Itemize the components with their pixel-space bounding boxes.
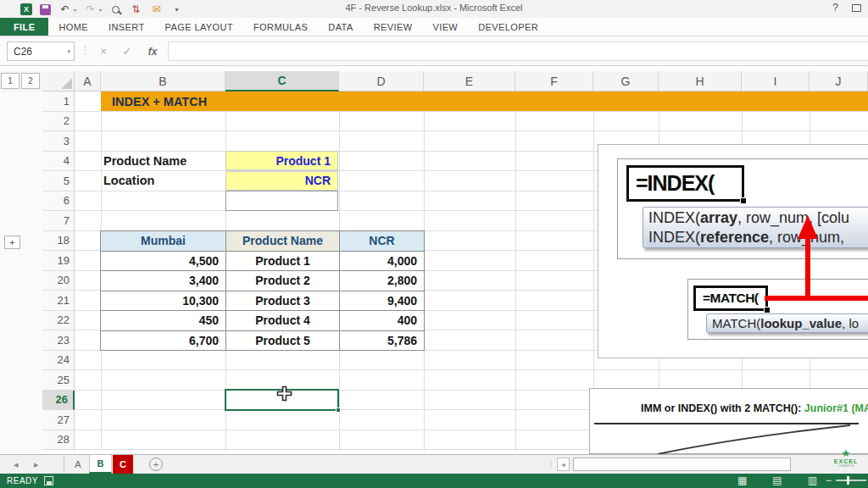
column-header-c[interactable]: C <box>225 71 339 92</box>
select-all-corner[interactable] <box>42 71 75 92</box>
column-header-a[interactable]: A <box>75 71 101 91</box>
row-header-3[interactable]: 3 <box>42 131 75 152</box>
column-header-d[interactable]: D <box>339 71 424 91</box>
sheet-nav-left-icon[interactable]: ◂ <box>14 455 19 474</box>
table-header-mumbai[interactable]: Mumbai <box>101 231 226 252</box>
hscroll-left-icon[interactable]: ◂ <box>557 458 570 471</box>
tab-data[interactable]: DATA <box>318 18 363 36</box>
insert-function-icon[interactable]: fx <box>142 42 163 61</box>
table-cell[interactable]: 400 <box>340 311 425 331</box>
row-header-19[interactable]: 19 <box>42 251 75 271</box>
sheet-tab-a[interactable]: A <box>68 455 88 474</box>
row-header-22[interactable]: 22 <box>42 311 75 331</box>
column-header-e[interactable]: E <box>424 71 515 91</box>
status-mode: READY <box>7 476 38 485</box>
banner-cell-index-match[interactable]: INDEX + MATCH <box>101 92 868 111</box>
add-sheet-button[interactable]: + <box>149 458 163 471</box>
table-cell[interactable]: Product 3 <box>226 291 340 312</box>
column-header-i[interactable]: I <box>742 71 810 91</box>
table-cell[interactable]: Product 1 <box>226 252 340 272</box>
tab-view[interactable]: VIEW <box>422 18 468 36</box>
table-cell[interactable]: 10,300 <box>101 291 226 312</box>
row-header-21[interactable]: 21 <box>42 291 75 311</box>
view-page-break-icon[interactable]: ▥ <box>808 474 817 486</box>
row-header-7[interactable]: 7 <box>42 211 75 231</box>
fill-handle[interactable] <box>336 408 341 413</box>
row-header-2[interactable]: 2 <box>42 112 75 132</box>
location-input-cell[interactable]: NCR <box>225 171 338 191</box>
note-diagonal-line <box>590 389 868 455</box>
table-cell[interactable]: 9,400 <box>340 291 425 312</box>
help-button[interactable]: ? <box>832 2 838 14</box>
table-cell[interactable]: 3,400 <box>101 271 226 291</box>
formula-bar-divider: ⋮ <box>81 45 90 56</box>
table-cell[interactable]: 4,500 <box>101 252 226 272</box>
column-header-b[interactable]: B <box>101 71 225 91</box>
row-header-20[interactable]: 20 <box>42 271 75 291</box>
row-header-1[interactable]: 1 <box>42 92 75 112</box>
row-header-26[interactable]: 26 <box>42 391 75 411</box>
outline-gutter <box>0 92 42 451</box>
outline-level-1-button[interactable]: 1 <box>1 73 19 89</box>
row-header-27[interactable]: 27 <box>42 410 75 430</box>
row-header-28[interactable]: 28 <box>42 430 75 451</box>
row-header-24[interactable]: 24 <box>42 351 75 371</box>
view-page-layout-icon[interactable]: ▤ <box>772 474 782 486</box>
horizontal-scrollbar-thumb[interactable] <box>573 458 791 471</box>
product-name-label-cell[interactable]: Product Name <box>103 151 186 170</box>
name-box-dropdown-icon[interactable]: ▾ <box>67 48 70 55</box>
tab-developer[interactable]: DEVELOPER <box>468 18 548 36</box>
table-cell[interactable]: Product 5 <box>226 331 340 352</box>
table-cell[interactable]: 4,000 <box>340 252 425 272</box>
enter-icon[interactable]: ✓ <box>117 42 137 61</box>
row-header-23[interactable]: 23 <box>42 330 75 351</box>
table-cell[interactable]: Product 4 <box>226 311 340 331</box>
table-cell[interactable]: 450 <box>101 311 226 331</box>
formula-input[interactable] <box>168 42 868 61</box>
tab-formulas[interactable]: FORMULAS <box>243 18 318 36</box>
sheet-tab-c[interactable]: C <box>113 455 133 474</box>
sheet-nav-right-icon[interactable]: ▸ <box>34 455 39 474</box>
product-name-input-cell[interactable]: Product 1 <box>225 151 338 170</box>
zoom-slider-handle[interactable] <box>847 476 849 485</box>
gridline <box>515 92 516 451</box>
location-label-cell[interactable]: Location <box>103 171 154 191</box>
column-header-j[interactable]: J <box>810 71 868 91</box>
table-header-ncr[interactable]: NCR <box>340 231 425 252</box>
view-normal-icon[interactable]: ▦ <box>737 474 747 486</box>
column-header-g[interactable]: G <box>593 71 659 91</box>
scrollbar-divider[interactable]: ⋮ <box>547 459 555 469</box>
table-cell[interactable]: 5,786 <box>340 331 425 352</box>
restore-window-button[interactable] <box>852 4 861 12</box>
table-header-product-name[interactable]: Product Name <box>226 231 340 252</box>
outline-expand-button[interactable]: + <box>4 236 20 249</box>
table-cell[interactable]: 2,800 <box>340 271 425 291</box>
row-header-5[interactable]: 5 <box>42 171 75 191</box>
sheet-tab-b[interactable]: B <box>89 455 112 474</box>
lookup-table: Mumbai Product Name NCR 4,500 Product 1 … <box>100 230 425 351</box>
tab-review[interactable]: REVIEW <box>364 18 423 36</box>
row-header-6[interactable]: 6 <box>42 191 75 212</box>
row-header-18[interactable]: 18 <box>42 231 75 252</box>
table-cell[interactable]: Product 2 <box>226 271 340 291</box>
macro-record-icon[interactable] <box>44 476 53 485</box>
tab-insert[interactable]: INSERT <box>98 18 155 36</box>
tab-page-layout[interactable]: PAGE LAYOUT <box>155 18 243 36</box>
star-icon: ★ <box>824 448 868 458</box>
tab-divider <box>64 455 64 474</box>
match-formula-box: =MATCH( <box>693 286 768 311</box>
empty-bordered-cell[interactable] <box>225 191 338 211</box>
tab-file[interactable]: FILE <box>0 18 48 36</box>
row-header-4[interactable]: 4 <box>42 152 75 172</box>
tab-home[interactable]: HOME <box>48 18 98 36</box>
cancel-icon[interactable]: × <box>93 42 114 61</box>
row-header-25[interactable]: 25 <box>42 370 75 391</box>
row-headers: 1 2 3 4 5 6 7 18 19 20 21 22 23 24 25 26… <box>42 92 75 451</box>
table-cell[interactable]: 6,700 <box>101 331 226 352</box>
name-box[interactable]: C26 ▾ <box>7 42 75 61</box>
zoom-out-icon[interactable]: − <box>826 474 832 486</box>
column-header-f[interactable]: F <box>515 71 593 91</box>
column-header-h[interactable]: H <box>659 71 742 91</box>
zoom-slider-track[interactable] <box>836 480 866 481</box>
outline-level-2-button[interactable]: 2 <box>21 73 40 89</box>
